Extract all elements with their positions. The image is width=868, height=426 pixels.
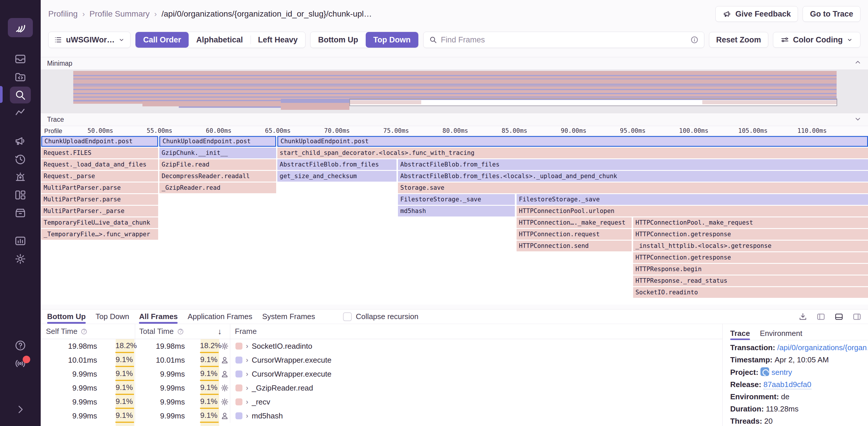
- flame-frame[interactable]: AbstractFileBlob.from_files: [277, 159, 397, 170]
- flame-frame[interactable]: HTTPConnection.request: [517, 229, 632, 240]
- sort-descending-icon[interactable]: ↓: [218, 327, 222, 336]
- flame-frame[interactable]: HTTPResponse.begin: [633, 264, 868, 274]
- frame-cell[interactable]: ›SocketIO.readinto: [230, 339, 722, 353]
- flame-frame[interactable]: Storage.save: [398, 183, 868, 193]
- detail-field-value[interactable]: sentry: [772, 368, 792, 376]
- flame-frame[interactable]: MultiPartParser.parse: [41, 194, 158, 205]
- insights-icon[interactable]: [10, 105, 31, 122]
- expand-row-icon[interactable]: ›: [246, 342, 248, 350]
- flame-frame[interactable]: FilestoreStorage._save: [517, 194, 868, 205]
- sorting-option-call-order[interactable]: Call Order: [135, 32, 189, 48]
- detail-tab-trace[interactable]: Trace: [730, 327, 750, 340]
- flame-frame[interactable]: ChunkUploadEndpoint.post: [277, 136, 868, 147]
- flame-frame[interactable]: HTTPConnectionPool._make_request: [633, 217, 868, 228]
- flame-frame[interactable]: HTTPConnection.getresponse: [633, 229, 868, 240]
- frame-cell[interactable]: ›_GzipReader.read: [230, 381, 722, 395]
- detail-field-value[interactable]: /api/0/organizations/{organ…: [777, 343, 868, 352]
- layout-left-icon[interactable]: [816, 312, 826, 321]
- flame-frame[interactable]: md5hash: [398, 206, 515, 217]
- flame-frame[interactable]: MultiPartParser._parse: [41, 206, 158, 217]
- flame-chart[interactable]: ChunkUploadEndpoint.postChunkUploadEndpo…: [41, 135, 868, 304]
- minimap-canvas[interactable]: [41, 70, 868, 113]
- sorting-option-alphabetical[interactable]: Alphabetical: [189, 32, 251, 48]
- feedback-icon[interactable]: [10, 132, 31, 150]
- expand-row-icon[interactable]: ›: [246, 356, 248, 364]
- stats-icon[interactable]: [10, 232, 31, 249]
- give-feedback-button[interactable]: Give Feedback: [715, 6, 798, 22]
- table-row[interactable]: 9.99ms9.1%9.99ms9.1%›md5hash: [41, 409, 722, 423]
- expand-row-icon[interactable]: ›: [246, 412, 248, 420]
- frame-cell[interactable]: ›_recv: [230, 395, 722, 409]
- expand-row-icon[interactable]: ›: [246, 370, 248, 378]
- layout-right-icon[interactable]: [852, 312, 862, 321]
- tab-top-down[interactable]: Top Down: [96, 309, 129, 324]
- download-icon[interactable]: [798, 312, 808, 321]
- table-row[interactable]: 10.01ms9.1%10.01ms9.1%›CursorWrapper.exe…: [41, 353, 722, 367]
- settings-icon[interactable]: [10, 251, 31, 267]
- flame-frame[interactable]: GzipFile.read: [159, 159, 276, 170]
- breadcrumb-item[interactable]: Profile Summary: [90, 9, 150, 19]
- self-time-column-header[interactable]: Self Time ?: [41, 324, 135, 339]
- tab-system-frames[interactable]: System Frames: [262, 309, 315, 324]
- collapse-recursion-checkbox[interactable]: [343, 313, 352, 321]
- sorting-option-left-heavy[interactable]: Left Heavy: [251, 32, 306, 48]
- alerts-icon[interactable]: [10, 168, 31, 186]
- flame-frame[interactable]: get_size_and_checksum: [277, 171, 397, 182]
- breadcrumb-item[interactable]: Profiling: [48, 9, 78, 19]
- table-row[interactable]: 9.99ms9.1%9.99ms9.1%›_recv: [41, 395, 722, 409]
- issues-icon[interactable]: [10, 51, 31, 67]
- flame-frame[interactable]: GzipChunk.__init__: [159, 148, 276, 158]
- flame-frame[interactable]: Request._load_data_and_files: [41, 159, 158, 170]
- tab-bottom-up[interactable]: Bottom Up: [47, 309, 86, 324]
- flame-frame[interactable]: HTTPConnection.getresponse: [633, 252, 868, 263]
- explore-icon[interactable]: [10, 69, 31, 86]
- flame-frame[interactable]: AbstractFileBlob.from_files.<locals>._up…: [398, 171, 868, 182]
- flame-frame[interactable]: _GzipReader.read: [159, 183, 276, 193]
- flame-frame[interactable]: Request.FILES: [41, 148, 158, 158]
- flame-frame[interactable]: start_child_span_decorator.<locals>.func…: [277, 148, 868, 158]
- flame-frame[interactable]: ChunkUploadEndpoint.post: [159, 136, 276, 147]
- flame-frame[interactable]: SocketIO.readinto: [633, 287, 868, 298]
- table-row[interactable]: 9.99ms9.1%9.99ms9.1%›CursorWrapper.execu…: [41, 367, 722, 381]
- dashboards-icon[interactable]: [10, 187, 31, 203]
- help-icon[interactable]: [10, 337, 31, 354]
- flame-frame[interactable]: TemporaryFileU…ive_data_chunk: [41, 217, 158, 228]
- flame-frame[interactable]: HTTPConnection.send: [517, 240, 632, 251]
- collapse-recursion-control[interactable]: Collapse recursion: [343, 312, 418, 321]
- flame-frame[interactable]: _install_httplib.<locals>.getresponse: [633, 240, 868, 251]
- reset-zoom-button[interactable]: Reset Zoom: [709, 32, 769, 48]
- broadcast-icon[interactable]: [10, 355, 31, 372]
- replays-icon[interactable]: [10, 151, 31, 167]
- flame-frame[interactable]: AbstractFileBlob.from_files: [398, 159, 868, 170]
- flame-frame[interactable]: MultiPartParser.parse: [41, 183, 158, 193]
- flame-frame[interactable]: FilestoreStorage._save: [398, 194, 515, 205]
- collapse-minimap-icon[interactable]: [854, 59, 862, 68]
- find-frames-search[interactable]: [423, 32, 704, 48]
- minimap-viewport[interactable]: [349, 99, 837, 106]
- frame-cell[interactable]: ›CursorWrapper.execute: [230, 353, 722, 367]
- total-time-column-header[interactable]: Total Time ? ↓: [135, 324, 230, 339]
- tab-application-frames[interactable]: Application Frames: [187, 309, 252, 324]
- layout-bottom-icon[interactable]: [834, 312, 844, 321]
- frame-cell[interactable]: ›md5hash: [230, 409, 722, 423]
- frame-cell[interactable]: ›CursorWrapper.execute: [230, 367, 722, 381]
- expand-row-icon[interactable]: ›: [246, 398, 248, 406]
- go-to-trace-button[interactable]: Go to Trace: [803, 6, 861, 22]
- direction-option-top-down[interactable]: Top Down: [366, 32, 418, 48]
- color-coding-button[interactable]: Color Coding: [773, 32, 861, 48]
- direction-option-bottom-up[interactable]: Bottom Up: [310, 32, 366, 48]
- flame-frame[interactable]: HTTPConnectionPool.urlopen: [517, 206, 868, 217]
- frame-column-header[interactable]: Frame: [230, 324, 722, 339]
- flame-frame[interactable]: ChunkUploadEndpoint.post: [41, 136, 158, 147]
- detail-field-value[interactable]: 87aab1d9cfa0: [763, 380, 811, 389]
- flame-frame[interactable]: HTTPConnection…._make_request: [517, 217, 632, 228]
- flame-frame[interactable]: Request._parse: [41, 171, 158, 182]
- table-row[interactable]: 9.99ms9.1%9.99ms9.1%›_GzipReader.read: [41, 381, 722, 395]
- detail-tab-environment[interactable]: Environment: [760, 327, 802, 340]
- collapse-trace-icon[interactable]: [854, 115, 862, 124]
- sentry-logo[interactable]: [8, 18, 33, 37]
- tab-all-frames[interactable]: All Frames: [139, 309, 178, 324]
- releases-icon[interactable]: [10, 204, 31, 222]
- search-input[interactable]: [441, 35, 687, 44]
- flame-frame[interactable]: HTTPResponse._read_status: [633, 275, 868, 286]
